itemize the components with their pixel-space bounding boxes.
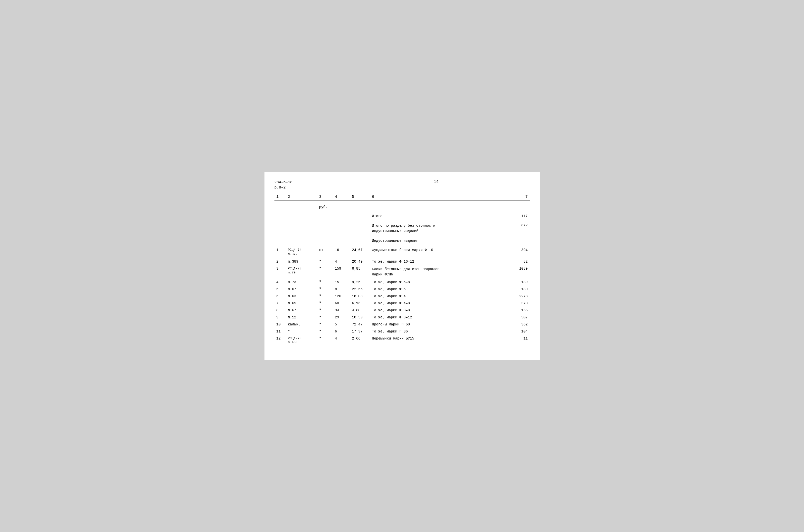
rub-col4 [333,204,350,210]
ind-label: Индустриальные изделия [370,238,513,244]
t1-label: Итого [370,213,513,220]
row9-price: 10,59 [350,314,370,321]
row5-total: 180 [513,286,530,293]
row3-price: 6,85 [350,265,370,279]
row1-ref: РСЦ4–74п.372 [286,247,317,258]
row10-unit: " [317,321,333,328]
rub-col6 [370,204,513,210]
total-row-2: Итого по разделу без стоимостииндустриал… [274,222,530,235]
col-header-7: 7 [513,193,530,201]
page-header: 284–5–18 р.8–2 — 14 — [274,180,530,190]
row4-price: 9,26 [350,279,370,286]
table-row: 11 " " 6 17,37 То же, марки П 36 104 [274,328,530,335]
row1-desc: Фундаментные блоки марки Ф 10 [370,247,513,258]
row7-desc: То же, марки ФС4–8 [370,300,513,307]
ind-value [513,238,530,244]
spacer-row-1 [274,201,530,204]
row11-qty: 6 [333,328,350,335]
table-row: 9 п.12 " 29 10,59 То же, марки Ф 8–12 30… [274,314,530,321]
rub-col7 [513,204,530,210]
row8-total: 156 [513,307,530,314]
row5-unit: " [317,286,333,293]
col-header-4: 4 [333,193,350,201]
row2-total: 82 [513,258,530,265]
table-row: 8 п.67 " 34 4,60 То же, марки ФС3–8 156 [274,307,530,314]
t2-c2 [286,222,317,235]
row6-unit: " [317,293,333,300]
row11-num: 11 [274,328,286,335]
header-doc-number: 284–5–18 [274,180,292,185]
row7-total: 370 [513,300,530,307]
row10-ref: кальк. [286,321,317,328]
col-header-2: 2 [286,193,317,201]
row7-unit: " [317,300,333,307]
t2-c3 [317,222,333,235]
spacer-bottom [274,346,530,350]
section-header-ind: Индустриальные изделия [274,238,530,244]
row10-num: 10 [274,321,286,328]
t1-c4 [333,213,350,220]
row4-unit: " [317,279,333,286]
t2-c4 [333,222,350,235]
page: 284–5–18 р.8–2 — 14 — 1 2 3 4 5 6 7 [264,172,540,361]
header-left: 284–5–18 р.8–2 [274,180,292,190]
col-header-1: 1 [274,193,286,201]
total-row-1: Итого 117 [274,213,530,220]
row12-desc: Перемычки марки БУ15 [370,335,513,346]
t1-c2 [286,213,317,220]
row1-num: 1 [274,247,286,258]
row10-total: 362 [513,321,530,328]
row9-total: 307 [513,314,530,321]
row7-ref: п.65 [286,300,317,307]
table-row: 7 п.65 " 60 6,16 То же, марки ФС4–8 370 [274,300,530,307]
row2-num: 2 [274,258,286,265]
row12-price: 2,66 [350,335,370,346]
t1-value: 117 [513,213,530,220]
row7-num: 7 [274,300,286,307]
col-header-3: 3 [317,193,333,201]
t1-c3 [317,213,333,220]
row11-unit: " [317,328,333,335]
rub-col5 [350,204,370,210]
row10-qty: 5 [333,321,350,328]
row1-price: 24,67 [350,247,370,258]
row4-qty: 15 [333,279,350,286]
row6-price: 18,03 [350,293,370,300]
header-page-number: — 14 — [292,180,530,184]
row4-desc: То же, марки ФС6–8 [370,279,513,286]
t2-label: Итого по разделу без стоимостииндустриал… [370,222,513,235]
row1-unit: шт [317,247,333,258]
row2-price: 20,49 [350,258,370,265]
t1-c5 [350,213,370,220]
rub-col2 [286,204,317,210]
row7-price: 6,16 [350,300,370,307]
row3-unit: " [317,265,333,279]
table-row: 6 п.63 " 126 18,03 То же, марки ФС4 2278 [274,293,530,300]
row10-desc: Прогоны марки П 60 [370,321,513,328]
col-header-5: 5 [350,193,370,201]
row8-price: 4,60 [350,307,370,314]
ind-c3 [317,238,333,244]
row6-qty: 126 [333,293,350,300]
row6-total: 2278 [513,293,530,300]
row3-num: 3 [274,265,286,279]
t2-value: 872 [513,222,530,235]
row9-unit: " [317,314,333,321]
row11-price: 17,37 [350,328,370,335]
row11-total: 104 [513,328,530,335]
row3-desc: Блоки бетонные для стен подваловмарки ФС… [370,265,513,279]
header-doc-sub: р.8–2 [274,185,292,190]
ind-c1 [274,238,286,244]
table-row: 12 РСЦ1–73п.433 " 4 2,66 Перемычки марки… [274,335,530,346]
row11-ref: " [286,328,317,335]
row2-qty: 4 [333,258,350,265]
ind-c4 [333,238,350,244]
t1-c1 [274,213,286,220]
row1-total: 394 [513,247,530,258]
row12-qty: 4 [333,335,350,346]
row9-ref: п.12 [286,314,317,321]
row4-num: 4 [274,279,286,286]
row10-price: 72,47 [350,321,370,328]
row12-num: 12 [274,335,286,346]
row12-unit: " [317,335,333,346]
